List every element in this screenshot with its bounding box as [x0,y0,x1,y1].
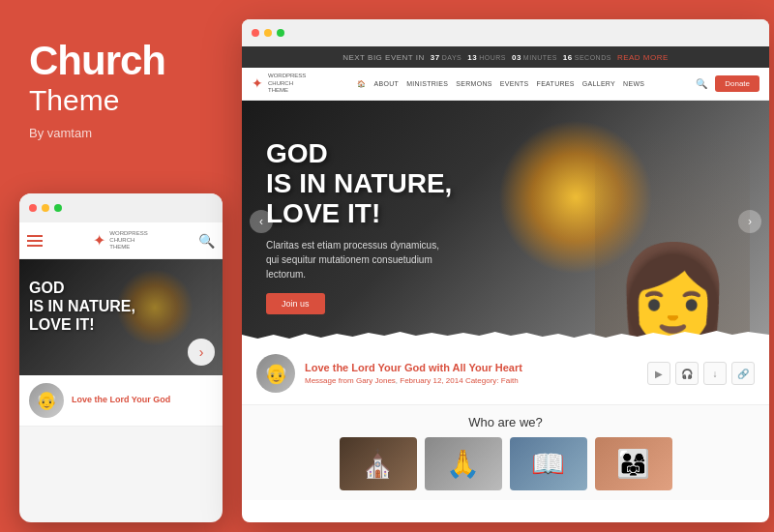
event-read-more[interactable]: Read More [617,53,669,62]
desktop-hero: GOD IS IN NATURE, LOVE IT! Claritas est … [242,101,769,342]
nav-sermons[interactable]: SERMONS [456,80,492,87]
mobile-dot-yellow [42,204,49,212]
event-bar: NEXT BIG EVENT IN 37 DAYS 13 HOURS 03 MI… [242,46,769,68]
who-images: ⛪ 🙏 📖 👨‍👩‍👧 [256,437,755,490]
mobile-top-bar [19,193,223,222]
app-author: By vamtam [29,126,208,140]
nav-news[interactable]: NEWS [623,80,644,87]
sermon-section: 👴 Love the Lord Your God with All Your H… [242,342,769,405]
desktop-logo-icon: ✦ [252,75,263,91]
sermon-details: Love the Lord Your God with All Your Hea… [305,362,522,385]
mobile-nav: ✦ WORDPRESS CHURCH THEME 🔍 [19,222,223,259]
sermon-share-button[interactable]: 🔗 [731,362,755,385]
desktop-nav-logo: ✦ WORDPRESS CHURCH THEME [252,73,306,95]
nav-gallery[interactable]: GALLERY [582,80,615,87]
nav-home[interactable]: 🏠 [357,80,366,88]
hero-subtitle: Claritas est etiam processus dynamicus, … [266,238,460,281]
who-title: Who are we? [256,415,755,429]
nav-search-icon[interactable]: 🔍 [696,78,707,89]
nav-ministries[interactable]: MINISTRIES [406,80,448,87]
mobile-search-icon[interactable]: 🔍 [198,233,215,249]
desktop-nav: ✦ WORDPRESS CHURCH THEME 🏠 ABOUT MINISTR… [242,68,769,101]
who-image-1: ⛪ [340,437,417,490]
sermon-title[interactable]: Love the Lord Your God with All Your Hea… [305,362,522,373]
sermon-video-button[interactable]: ▶ [647,362,670,385]
desktop-logo-text: WORDPRESS CHURCH THEME [268,73,306,95]
who-image-4: 👨‍👩‍👧 [595,437,672,490]
desktop-nav-actions: 🔍 Donate [696,75,759,92]
nav-events[interactable]: EVENTS [500,80,529,87]
desktop-dot-red [252,29,259,37]
app-title-bold: Church [29,39,208,83]
mobile-next-button[interactable]: › [188,339,215,366]
who-image-2: 🙏 [425,437,502,490]
app-title-thin: Theme [29,83,208,118]
who-section: Who are we? ⛪ 🙏 📖 👨‍👩‍👧 [242,405,769,500]
countdown-seconds: 16 SECONDS [563,53,611,62]
mobile-dot-red [29,204,37,212]
hero-prev-button[interactable]: ‹ [250,210,273,233]
mobile-logo-icon: ✦ [93,231,105,250]
hero-title: GOD IS IN NATURE, LOVE IT! [266,139,460,228]
sermon-info: 👴 Love the Lord Your God with All Your H… [256,354,522,393]
desktop-nav-links: 🏠 ABOUT MINISTRIES SERMONS EVENTS FEATUR… [357,80,644,88]
countdown-days: 37 DAYS [431,53,461,62]
event-label: NEXT BIG EVENT IN [342,53,425,62]
mobile-hero-text: GOD IS IN NATURE, LOVE IT! [29,279,135,335]
desktop-top-bar [242,19,769,46]
mobile-avatar: 👴 [29,383,64,418]
nav-about[interactable]: ABOUT [374,80,400,87]
mobile-mockup: ✦ WORDPRESS CHURCH THEME 🔍 GOD IS IN NAT… [19,193,223,522]
hero-woman-image: 👩 [595,130,750,342]
mobile-hero: GOD IS IN NATURE, LOVE IT! › [19,259,223,375]
sermon-audio-button[interactable]: 🎧 [675,362,699,385]
mobile-dot-green [54,204,62,212]
desktop-dot-yellow [264,29,272,37]
sermon-download-button[interactable]: ↓ [703,362,727,385]
sermon-meta: Message from Gary Jones, February 12, 20… [305,376,522,385]
mobile-card-title: Love the Lord Your God [72,395,170,406]
desktop-dot-green [277,29,284,37]
hero-text-block: GOD IS IN NATURE, LOVE IT! Claritas est … [266,139,460,314]
nav-features[interactable]: FEATURES [537,80,575,87]
mobile-logo: ✦ WORDPRESS CHURCH THEME [93,230,147,251]
countdown-minutes: 03 MINUTES [512,53,557,62]
desktop-mockup: NEXT BIG EVENT IN 37 DAYS 13 HOURS 03 MI… [242,19,769,522]
donate-button[interactable]: Donate [715,75,759,92]
sermon-actions: ▶ 🎧 ↓ 🔗 [647,362,755,385]
hamburger-icon[interactable] [27,235,43,247]
mobile-logo-text: WORDPRESS CHURCH THEME [109,230,147,251]
who-image-3: 📖 [510,437,587,490]
hero-join-button[interactable]: Join us [266,293,325,314]
sermon-avatar: 👴 [256,354,295,393]
mobile-sermon-card: 👴 Love the Lord Your God [19,375,223,427]
countdown-hours: 13 HOURS [467,53,506,62]
